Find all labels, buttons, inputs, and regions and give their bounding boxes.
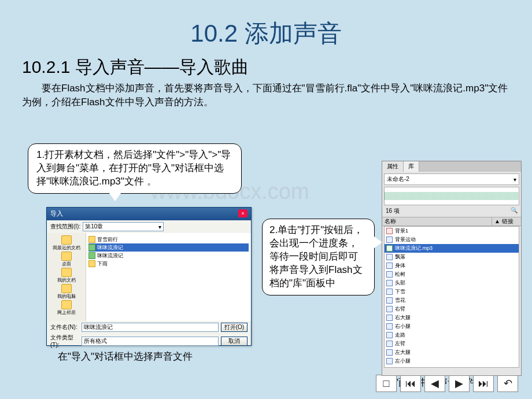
library-item-name: 右臂	[395, 305, 405, 313]
library-item[interactable]: 雪花	[385, 296, 519, 305]
library-doc-name: 未命名-2	[387, 175, 409, 183]
movieclip-icon	[386, 358, 393, 364]
folder-icon	[61, 300, 72, 309]
library-panel: 属性 库 未命名-2 ▾ 16 项 🔍 名称 ▲ 链接 背景1背景运动咪咪流浪记…	[382, 161, 522, 376]
file-list[interactable]: 冒雪前行咪咪流浪记咪咪流浪记下雨	[86, 233, 251, 321]
file-name: 咪咪流浪记	[97, 252, 123, 260]
dialog-titlebar: 导入 ×	[47, 208, 251, 220]
folder-icon	[88, 236, 95, 243]
file-name: 下雨	[97, 260, 108, 268]
library-item-name: 背景1	[395, 227, 408, 235]
sound-icon	[386, 245, 393, 252]
folder-icon	[61, 252, 72, 261]
places-item-label: 我最近的文档	[50, 245, 83, 251]
file-row[interactable]: 咪咪流浪记	[88, 252, 249, 260]
filetype-label: 文件类型(T):	[50, 334, 79, 348]
intro-paragraph: 要在Flash文档中添加声音，首先要将声音导入，下面通过在"冒雪前行.fla"文…	[22, 82, 510, 109]
tab-properties[interactable]: 属性	[382, 161, 404, 172]
library-header: 名称 ▲ 链接	[382, 217, 521, 226]
library-item[interactable]: 左小腿	[385, 357, 519, 365]
places-item[interactable]: 桌面	[50, 252, 83, 267]
dialog-body: 我最近的文档桌面我的文档我的电脑网上邻居 冒雪前行咪咪流浪记咪咪流浪记下雨	[47, 233, 251, 321]
library-item[interactable]: 右臂	[385, 305, 519, 313]
library-item[interactable]: 右小腿	[385, 322, 519, 331]
file-row[interactable]: 下雨	[88, 260, 249, 268]
library-item[interactable]: 身体	[385, 261, 519, 270]
library-item[interactable]: 下雪	[385, 287, 519, 296]
library-tabs: 属性 库	[382, 161, 521, 172]
library-item-name: 走路	[395, 331, 405, 339]
library-item[interactable]: 头部	[385, 279, 519, 287]
library-item-name: 左臂	[395, 340, 405, 348]
nav-return-button[interactable]: ↶	[497, 375, 518, 392]
library-item[interactable]: 背景运动	[385, 235, 519, 244]
close-icon[interactable]: ×	[238, 209, 247, 217]
places-item-label: 桌面	[50, 261, 83, 267]
places-item[interactable]: 我的文档	[50, 268, 83, 283]
cancel-button[interactable]: 取消	[221, 337, 247, 346]
nav-first-button[interactable]: ⏮	[400, 375, 421, 392]
library-item[interactable]: 松树	[385, 270, 519, 279]
library-doc-combo[interactable]: 未命名-2 ▾	[384, 173, 519, 185]
file-row[interactable]: 冒雪前行	[88, 235, 249, 243]
library-item-name: 右大腿	[395, 314, 411, 322]
library-item[interactable]: 咪咪流浪记.mp3	[385, 244, 519, 253]
places-item[interactable]: 网上邻居	[50, 300, 83, 315]
places-item-label: 我的电脑	[50, 293, 83, 300]
library-item[interactable]: 飘落	[385, 253, 519, 261]
folder-combo[interactable]: 第10章 ▾	[83, 222, 164, 231]
waveform-preview	[384, 187, 519, 205]
audio-icon	[88, 244, 95, 251]
movieclip-icon	[386, 349, 393, 356]
library-item-name: 左小腿	[395, 357, 411, 365]
places-item[interactable]: 我最近的文档	[50, 235, 83, 250]
import-dialog-caption: 在"导入"对话框中选择声音文件	[58, 350, 193, 363]
callout-step-2: 2.单击"打开"按钮后，会出现一个进度条，等待一段时间后即可将声音导入到Flas…	[262, 219, 375, 295]
library-item-name: 头部	[395, 279, 405, 287]
library-item-name: 松树	[395, 271, 405, 278]
nav-last-button[interactable]: ⏭	[473, 375, 494, 392]
graphic-icon	[386, 228, 393, 234]
filename-label: 文件名(N):	[50, 323, 79, 331]
library-item-name: 背景运动	[395, 236, 416, 243]
movieclip-icon	[386, 315, 393, 321]
movieclip-icon	[386, 341, 393, 347]
import-dialog: 导入 × 查找范围(I): 第10章 ▾ 我最近的文档桌面我的文档我的电脑网上邻…	[46, 207, 252, 346]
library-item[interactable]: 背景1	[385, 227, 519, 235]
library-list[interactable]: 背景1背景运动咪咪流浪记.mp3飘落身体松树头部下雪雪花右臂右大腿右小腿走路左臂…	[384, 226, 519, 368]
chevron-down-icon: ▾	[158, 224, 161, 230]
lookin-label: 查找范围(I):	[50, 223, 80, 231]
section-subtitle: 10.2.1 导入声音——导入歌曲	[22, 56, 532, 79]
dialog-title: 导入	[50, 209, 63, 219]
places-sidebar: 我最近的文档桌面我的文档我的电脑网上邻居	[47, 233, 86, 321]
library-item-name: 下雪	[395, 288, 405, 295]
nav-buttons: □ ⏮ ◀ ▶ ⏭ ↶	[376, 375, 518, 392]
library-item[interactable]: 右大腿	[385, 313, 519, 322]
movieclip-icon	[386, 332, 393, 338]
filename-combo[interactable]: 咪咪流浪记	[82, 323, 219, 332]
nav-stop-button[interactable]: □	[376, 375, 397, 392]
folder-icon	[61, 235, 72, 245]
nav-next-button[interactable]: ▶	[449, 375, 470, 392]
places-item[interactable]: 我的电脑	[50, 284, 83, 299]
open-button[interactable]: 打开(O)	[221, 323, 247, 332]
slide-title: 10.2 添加声音	[0, 0, 532, 50]
nav-prev-button[interactable]: ◀	[424, 375, 445, 392]
col-link[interactable]: ▲ 链接	[492, 217, 521, 226]
dialog-bottom: 文件名(N): 咪咪流浪记 打开(O) 文件类型(T): 所有格式 取消	[47, 321, 251, 346]
col-name[interactable]: 名称	[382, 217, 492, 226]
folder-icon	[61, 284, 72, 293]
movieclip-icon	[386, 323, 393, 330]
library-item-name: 身体	[395, 262, 405, 269]
tab-library[interactable]: 库	[404, 161, 419, 172]
movieclip-icon	[386, 289, 393, 295]
movieclip-icon	[386, 271, 393, 278]
file-row[interactable]: 咪咪流浪记	[88, 243, 249, 252]
library-item-name: 飘落	[395, 253, 405, 261]
search-icon[interactable]: 🔍	[511, 207, 518, 215]
library-item[interactable]: 走路	[385, 331, 519, 339]
library-item[interactable]: 左大腿	[385, 348, 519, 357]
movieclip-icon	[386, 263, 393, 269]
library-item[interactable]: 左臂	[385, 339, 519, 348]
filetype-combo[interactable]: 所有格式	[82, 337, 219, 346]
